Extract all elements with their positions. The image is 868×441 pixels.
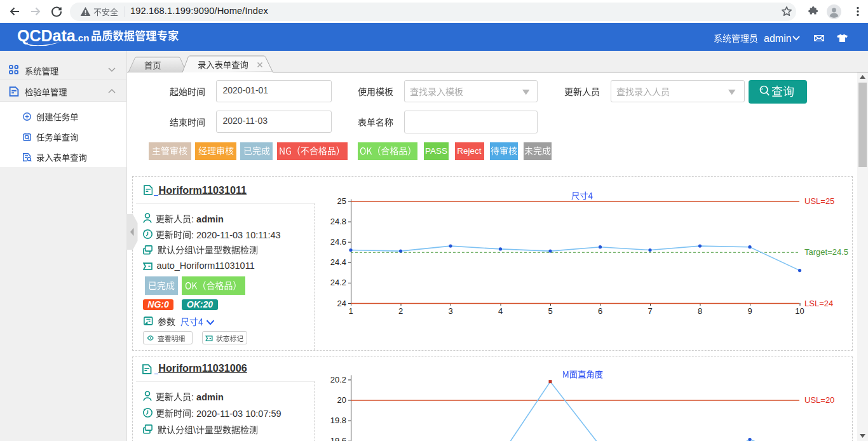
svg-text:24: 24 [337,299,346,308]
svg-text:3: 3 [448,306,452,316]
svg-text:9: 9 [747,306,752,316]
svg-text:4: 4 [498,306,503,316]
svg-text:USL=20: USL=20 [804,395,834,405]
svg-text:USL=25: USL=25 [804,196,834,206]
svg-text:6: 6 [598,306,602,316]
svg-text:8: 8 [698,306,702,316]
svg-text:24.6: 24.6 [330,237,346,247]
svg-text:25: 25 [337,196,346,206]
svg-text:19.8: 19.8 [330,416,346,425]
svg-text:20.2: 20.2 [330,375,346,384]
svg-text:20: 20 [337,395,346,405]
svg-text:2: 2 [398,306,403,316]
svg-text:1: 1 [348,306,353,316]
svg-text:7: 7 [648,306,652,316]
svg-text:5: 5 [548,306,552,316]
svg-text:24.4: 24.4 [330,257,346,267]
svg-text:24.8: 24.8 [330,217,346,226]
svg-text:Target=24.5: Target=24.5 [804,247,848,257]
svg-text:LSL=24: LSL=24 [804,299,833,308]
svg-text:19.6: 19.6 [330,436,346,441]
svg-text:10: 10 [795,306,804,316]
svg-text:24.2: 24.2 [330,278,346,287]
